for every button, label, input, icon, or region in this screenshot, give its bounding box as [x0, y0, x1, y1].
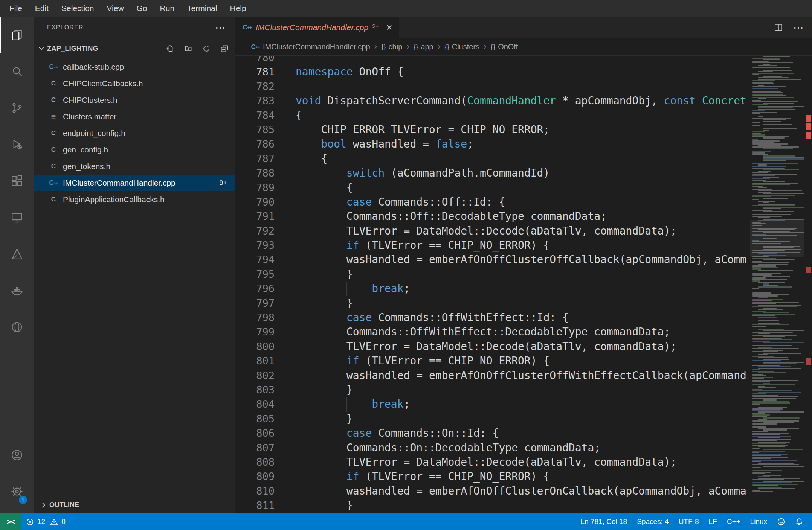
- status-eol[interactable]: LF: [704, 513, 722, 530]
- namespace-icon: {}: [491, 43, 495, 51]
- menu-run[interactable]: Run: [154, 0, 181, 17]
- code-line-803[interactable]: 803 }: [235, 383, 750, 397]
- file-IMClusterCommandHandler.cpp[interactable]: C++IMClusterCommandHandler.cpp9+: [34, 175, 235, 191]
- code-line-811[interactable]: 811 }: [235, 498, 750, 513]
- file-PluginApplicationCallbacks.h[interactable]: CPluginApplicationCallbacks.h: [34, 191, 235, 208]
- menu-selection[interactable]: Selection: [55, 0, 100, 17]
- remote-indicator[interactable]: ><: [0, 513, 21, 530]
- status-encoding[interactable]: UTF-8: [674, 513, 704, 530]
- status-language-mode[interactable]: C++: [722, 513, 745, 530]
- outline-section-header[interactable]: OUTLINE: [34, 496, 235, 513]
- activity-live-preview[interactable]: [0, 309, 34, 345]
- status-indentation[interactable]: Spaces: 4: [632, 513, 674, 530]
- breadcrumb-chip[interactable]: {}chip: [382, 43, 403, 51]
- activity-docker[interactable]: [0, 272, 34, 309]
- code-line-795[interactable]: 795 }: [235, 267, 750, 282]
- code-line-784[interactable]: 784{: [235, 108, 750, 123]
- code-line-782[interactable]: 782: [235, 79, 750, 94]
- code-line-780[interactable]: 780: [235, 56, 750, 65]
- code-line-792[interactable]: 792 TLVError = DataModel::Decode(aDataTl…: [235, 224, 750, 238]
- status-remote-os[interactable]: Linux: [745, 513, 772, 530]
- code-line-797[interactable]: 797 }: [235, 296, 750, 311]
- menu-go[interactable]: Go: [130, 0, 154, 17]
- code-line-804[interactable]: 804 break;: [235, 397, 750, 411]
- activity-search[interactable]: [0, 53, 34, 90]
- menu-help[interactable]: Help: [223, 0, 252, 17]
- code-line-806[interactable]: 806 case Commands::On::Id: {: [235, 426, 750, 440]
- activity-remote-explorer[interactable]: [0, 199, 34, 236]
- breadcrumb-separator-icon: ›: [484, 41, 487, 52]
- activity-bar-bottom: 1: [0, 437, 34, 513]
- code-line-796[interactable]: 796 break;: [235, 282, 750, 296]
- code-line-781[interactable]: 781namespace OnOff {: [235, 65, 750, 79]
- menu-view[interactable]: View: [100, 0, 130, 17]
- file-CHIPClientCallbacks.h[interactable]: CCHIPClientCallbacks.h: [34, 75, 235, 92]
- activity-explorer[interactable]: [0, 17, 34, 53]
- breadcrumb-Clusters[interactable]: {}Clusters: [445, 43, 479, 51]
- activity-source-control[interactable]: [0, 90, 34, 126]
- file-CHIPClusters.h[interactable]: CCHIPClusters.h: [34, 92, 235, 108]
- code-line-809[interactable]: 809 if (TLVError == CHIP_NO_ERROR) {: [235, 469, 750, 484]
- code-line-785[interactable]: 785 CHIP_ERROR TLVError = CHIP_NO_ERROR;: [235, 123, 750, 137]
- code-line-807[interactable]: 807 Commands::On::DecodableType commandD…: [235, 441, 750, 455]
- refresh-icon[interactable]: [202, 44, 211, 53]
- code-line-802[interactable]: 802 wasHandled = emberAfOnOffClusterOffW…: [235, 369, 750, 383]
- breadcrumb-app[interactable]: {}app: [414, 43, 433, 51]
- code-line-783[interactable]: 783void DispatchServerCommand(CommandHan…: [235, 94, 750, 108]
- activity-cmake[interactable]: [0, 236, 34, 272]
- activity-settings[interactable]: 1: [0, 473, 34, 510]
- code-line-789[interactable]: 789 {: [235, 181, 750, 195]
- indent-guide: [321, 267, 321, 282]
- menu-edit[interactable]: Edit: [29, 0, 55, 17]
- code-line-787[interactable]: 787 {: [235, 152, 750, 166]
- split-editor-icon[interactable]: [774, 23, 783, 32]
- new-folder-icon[interactable]: [184, 44, 192, 53]
- code-line-800[interactable]: 800 TLVError = DataModel::Decode(aDataTl…: [235, 340, 750, 354]
- file-gen_config.h[interactable]: Cgen_config.h: [34, 142, 235, 158]
- code-line-786[interactable]: 786 bool wasHandled = false;: [235, 137, 750, 151]
- minimap[interactable]: [750, 56, 804, 513]
- line-number: 799: [235, 325, 275, 339]
- code-line-790[interactable]: 790 case Commands::Off::Id: {: [235, 195, 750, 209]
- problems-status[interactable]: 120: [21, 513, 72, 530]
- code-line-799[interactable]: 799 Commands::OffWithEffect::DecodableTy…: [235, 325, 750, 339]
- file-Clusters.matter[interactable]: ≡Clusters.matter: [34, 108, 235, 125]
- indent-guide: [321, 253, 321, 267]
- activity-extensions[interactable]: [0, 163, 34, 199]
- status-cursor-position[interactable]: Ln 781, Col 18: [576, 513, 632, 530]
- file-endpoint_config.h[interactable]: Cendpoint_config.h: [34, 125, 235, 142]
- breadcrumb-OnOff[interactable]: {}OnOff: [491, 43, 518, 51]
- code-area[interactable]: 780781namespace OnOff {782783void Dispat…: [235, 56, 750, 513]
- code-line-798[interactable]: 798 case Commands::OffWithEffect::Id: {: [235, 311, 750, 325]
- notifications-bell-icon[interactable]: [790, 513, 808, 530]
- explorer-section-header[interactable]: ZAP_LIGHTING: [34, 38, 235, 59]
- code-line-791[interactable]: 791 Commands::Off::DecodableType command…: [235, 209, 750, 224]
- new-file-icon[interactable]: [166, 44, 174, 53]
- file-callback-stub.cpp[interactable]: C++callback-stub.cpp: [34, 59, 235, 75]
- code-line-810[interactable]: 810 wasHandled = emberAfOnOffClusterOnCa…: [235, 484, 750, 498]
- error-count: 12: [37, 518, 45, 526]
- breadcrumb-IMClusterCommandHandler.cpp[interactable]: C++IMClusterCommandHandler.cpp: [250, 43, 370, 51]
- tab-imclustercommandhandler[interactable]: C++ IMClusterCommandHandler.cpp 9+ ×: [235, 17, 399, 38]
- line-content: }: [296, 383, 750, 397]
- file-name: PluginApplicationCallbacks.h: [63, 195, 165, 204]
- code-line-788[interactable]: 788 switch (aCommandPath.mCommandId): [235, 166, 750, 180]
- close-icon[interactable]: ×: [386, 22, 392, 33]
- activity-bar-spacer: [0, 345, 34, 437]
- ellipsis-icon[interactable]: ⋯: [793, 21, 804, 34]
- feedback-smiley-icon[interactable]: [772, 513, 790, 530]
- code-line-794[interactable]: 794 wasHandled = emberAfOnOffClusterOffC…: [235, 253, 750, 267]
- menu-terminal[interactable]: Terminal: [181, 0, 223, 17]
- file-gen_tokens.h[interactable]: Cgen_tokens.h: [34, 158, 235, 175]
- more-actions-icon[interactable]: ⋯: [215, 21, 226, 34]
- code-line-793[interactable]: 793 if (TLVError == CHIP_NO_ERROR) {: [235, 238, 750, 253]
- activity-run-debug[interactable]: [0, 126, 34, 163]
- collapse-all-icon[interactable]: [220, 44, 229, 53]
- code-line-805[interactable]: 805 }: [235, 412, 750, 426]
- activity-account[interactable]: [0, 437, 34, 473]
- code-line-801[interactable]: 801 if (TLVError == CHIP_NO_ERROR) {: [235, 354, 750, 368]
- menu-file[interactable]: File: [3, 0, 29, 17]
- minimap-slider[interactable]: [750, 220, 804, 257]
- code-line-808[interactable]: 808 TLVError = DataModel::Decode(aDataTl…: [235, 455, 750, 469]
- line-number: 790: [235, 195, 275, 209]
